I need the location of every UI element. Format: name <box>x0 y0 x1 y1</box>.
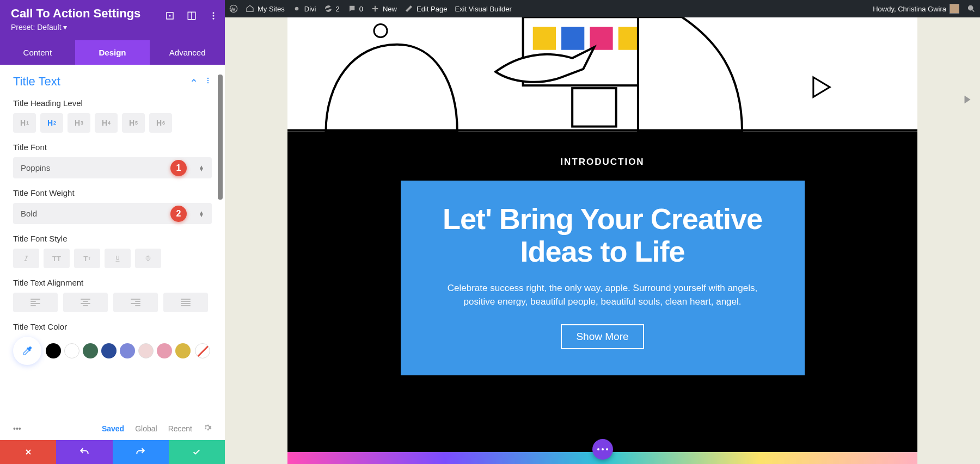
svg-point-9 <box>207 82 209 83</box>
preview-pane: My Sites Divi 2 0 New Edit Page Exit Vis… <box>225 0 980 464</box>
annotation-badge-1: 1 <box>170 160 187 176</box>
svg-point-8 <box>207 80 209 81</box>
expand-icon[interactable] <box>165 11 175 23</box>
svg-point-5 <box>213 15 215 17</box>
heading-h4[interactable]: H4 <box>95 113 118 133</box>
avatar <box>950 4 959 14</box>
color-swatch-2[interactable] <box>83 343 98 358</box>
more-dots-icon[interactable]: ••• <box>13 424 91 433</box>
style-smallcaps[interactable]: TT <box>74 249 100 268</box>
annotation-badge-2: 2 <box>170 206 187 222</box>
style-italic[interactable] <box>13 249 39 268</box>
updates-link[interactable]: 2 <box>324 4 340 13</box>
style-label: Title Font Style <box>13 234 212 243</box>
color-swatch-6[interactable] <box>157 343 172 358</box>
svg-point-20 <box>374 24 387 37</box>
weight-label: Title Font Weight <box>13 188 212 197</box>
save-button[interactable] <box>169 440 225 464</box>
heading-h3[interactable]: H3 <box>68 113 90 133</box>
svg-rect-17 <box>561 27 584 50</box>
svg-rect-15 <box>572 88 616 126</box>
color-swatch-4[interactable] <box>120 343 135 358</box>
color-none[interactable] <box>195 343 210 358</box>
svg-point-1 <box>169 15 171 17</box>
settings-header: Call To Action Settings Preset: Default … <box>0 0 225 65</box>
svg-rect-16 <box>533 27 556 50</box>
scope-saved[interactable]: Saved <box>102 424 124 433</box>
wp-logo-icon[interactable] <box>229 4 238 13</box>
scope-recent[interactable]: Recent <box>168 424 192 433</box>
tab-design[interactable]: Design <box>75 40 150 65</box>
color-swatch-3[interactable] <box>101 343 117 358</box>
settings-body: Title Text Title Heading Level H1 H2 H3 … <box>0 65 225 417</box>
svg-point-6 <box>213 18 215 20</box>
canvas: INTRODUCTION Let' Bring Your Creative Id… <box>225 17 980 464</box>
section-title[interactable]: Title Text <box>13 75 60 89</box>
preset-selector[interactable]: Preset: Default ▾ <box>11 23 214 32</box>
weight-value: Bold <box>21 209 37 218</box>
heading-h1[interactable]: H1 <box>13 113 36 133</box>
redo-button[interactable] <box>113 440 169 464</box>
collapse-icon[interactable] <box>190 77 198 86</box>
my-sites-link[interactable]: My Sites <box>246 4 285 13</box>
svg-point-12 <box>969 6 973 10</box>
alignment-label: Title Text Alignment <box>13 278 212 287</box>
cta-button[interactable]: Show More <box>561 324 644 349</box>
align-center[interactable] <box>63 293 108 312</box>
eyedropper-button[interactable] <box>13 337 41 365</box>
color-swatch-5[interactable] <box>138 343 154 358</box>
style-strikethrough[interactable] <box>135 249 161 268</box>
cta-title: Let' Bring Your Creative Ideas to Life <box>417 202 788 268</box>
svg-point-4 <box>213 12 215 14</box>
style-uppercase[interactable]: TT <box>44 249 70 268</box>
align-right[interactable] <box>113 293 158 312</box>
font-value: Poppins <box>21 163 50 172</box>
font-label: Title Font <box>13 143 212 152</box>
heading-h5[interactable]: H5 <box>122 113 145 133</box>
cta-module[interactable]: INTRODUCTION Let' Bring Your Creative Id… <box>401 181 805 375</box>
align-justify[interactable] <box>163 293 208 312</box>
new-link[interactable]: New <box>371 4 397 13</box>
section-label: INTRODUCTION <box>401 157 805 168</box>
tab-advanced[interactable]: Advanced <box>150 40 225 65</box>
scope-global[interactable]: Global <box>135 424 157 433</box>
heading-h2[interactable]: H2 <box>40 113 63 133</box>
select-arrows-icon: ▲▼ <box>199 165 204 171</box>
undo-button[interactable] <box>56 440 112 464</box>
style-underline[interactable] <box>105 249 131 268</box>
wp-admin-bar: My Sites Divi 2 0 New Edit Page Exit Vis… <box>225 0 980 17</box>
tab-content[interactable]: Content <box>0 40 75 65</box>
gear-icon[interactable] <box>203 423 212 434</box>
select-arrows-icon: ▲▼ <box>199 211 204 216</box>
exit-builder-link[interactable]: Exit Visual Builder <box>455 5 512 13</box>
more-icon[interactable] <box>209 11 218 23</box>
color-swatch-1[interactable] <box>64 343 79 358</box>
comments-link[interactable]: 0 <box>347 4 363 13</box>
edit-page-link[interactable]: Edit Page <box>405 4 447 13</box>
color-swatch-7[interactable] <box>175 343 191 358</box>
scope-row: ••• Saved Global Recent <box>0 417 225 440</box>
color-label: Title Text Color <box>13 322 212 331</box>
heading-level-group: H1 H2 H3 H4 H5 H6 <box>13 113 212 133</box>
heading-h6[interactable]: H6 <box>149 113 172 133</box>
preview-icon[interactable] <box>187 11 197 23</box>
section-more-icon[interactable] <box>204 77 212 86</box>
add-module-fab[interactable] <box>592 439 613 460</box>
heading-level-label: Title Heading Level <box>13 98 212 108</box>
settings-panel: Call To Action Settings Preset: Default … <box>0 0 225 464</box>
cancel-button[interactable] <box>0 440 56 464</box>
color-swatch-0[interactable] <box>46 343 61 358</box>
scrollbar[interactable] <box>218 75 223 200</box>
hero-illustration <box>287 17 917 132</box>
site-link[interactable]: Divi <box>292 4 316 13</box>
svg-point-11 <box>295 7 299 11</box>
cta-description: Celebrate success right, the only way, a… <box>417 281 788 309</box>
viewport-resize-handle[interactable] <box>961 94 973 108</box>
align-left[interactable] <box>13 293 58 312</box>
howdy-user[interactable]: Howdy, Christina Gwira <box>873 4 959 14</box>
page-frame: INTRODUCTION Let' Bring Your Creative Id… <box>287 17 917 464</box>
search-icon[interactable] <box>967 4 976 13</box>
svg-point-7 <box>207 78 209 79</box>
